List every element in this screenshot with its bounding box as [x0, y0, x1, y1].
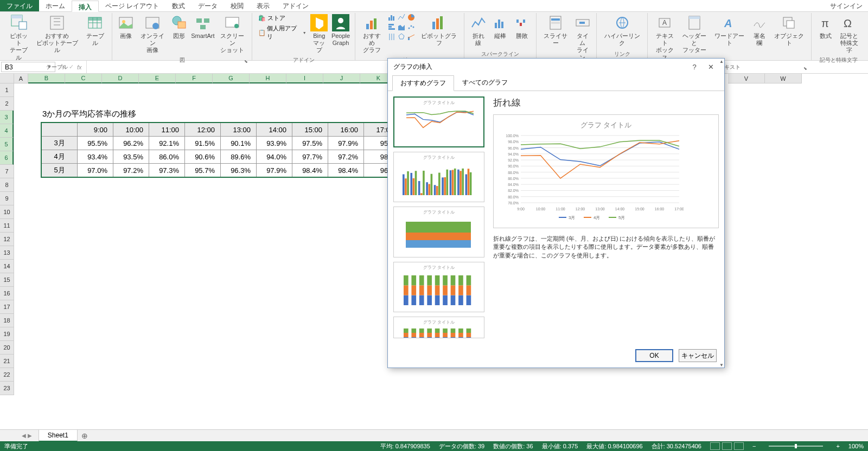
row-header[interactable]: 20 — [0, 341, 14, 355]
people-graph-button[interactable]: People Graph — [330, 13, 352, 48]
zoom-out-button[interactable]: − — [752, 443, 756, 449]
sheet-nav[interactable]: ◀ ▶ — [16, 433, 37, 439]
shapes-button[interactable]: 図形 — [169, 13, 189, 41]
select-all-corner[interactable] — [0, 74, 14, 83]
tab-review[interactable]: 校閲 — [224, 0, 250, 11]
row-header[interactable]: 9 — [0, 192, 14, 205]
tab-all-charts[interactable]: すべてのグラフ — [454, 75, 516, 91]
tab-home[interactable]: ホーム — [39, 0, 72, 11]
store-button[interactable]: 🛍️ストア — [258, 13, 307, 23]
row-header[interactable]: 12 — [0, 233, 14, 246]
zoom-in-button[interactable]: + — [836, 443, 839, 449]
column-chart-icon[interactable] — [387, 13, 396, 22]
column-header[interactable]: W — [765, 74, 802, 83]
object-button[interactable]: オブジェクト — [770, 13, 808, 48]
thumb-stacked-area[interactable]: グラフ タイトル — [393, 207, 484, 257]
tab-insert[interactable]: 挿入 — [72, 1, 99, 12]
tab-file[interactable]: ファイル — [0, 0, 39, 11]
row-header[interactable]: 1 — [0, 83, 14, 97]
zoom-slider[interactable] — [769, 446, 823, 447]
table-button[interactable]: テーブル — [82, 13, 109, 48]
add-sheet-button[interactable]: ⊕ — [79, 431, 91, 440]
thumb-stacked-column[interactable]: グラフ タイトル — [393, 262, 484, 312]
row-header[interactable]: 23 — [0, 382, 14, 395]
textbox-button[interactable]: Aテキスト ボックス — [651, 13, 678, 62]
signature-button[interactable]: 署名欄 — [749, 13, 770, 48]
cancel-button[interactable]: キャンセル — [679, 349, 717, 362]
view-normal-button[interactable] — [710, 442, 720, 450]
sparkline-line-button[interactable]: 折れ線 — [468, 13, 490, 48]
thumb-line-chart[interactable]: グラフ タイトル — [393, 96, 484, 147]
close-icon[interactable]: ✕ — [703, 63, 719, 71]
tab-addin[interactable]: アドイン — [276, 0, 315, 11]
column-header[interactable]: C — [65, 74, 102, 83]
column-header[interactable]: J — [323, 74, 360, 83]
thumb-clustered-column[interactable]: グラフ タイトル — [393, 152, 484, 202]
row-header[interactable]: 18 — [0, 314, 14, 327]
row-header[interactable]: 7 — [0, 165, 14, 178]
row-header[interactable]: 4 — [0, 124, 14, 138]
combo-chart-icon[interactable] — [407, 33, 416, 41]
row-header[interactable]: 6 — [0, 151, 14, 165]
row-header[interactable]: 2 — [0, 97, 14, 111]
header-footer-button[interactable]: ヘッダーと フッター — [678, 13, 711, 55]
row-header[interactable]: 14 — [0, 260, 14, 273]
wordart-button[interactable]: Aワードアート — [711, 13, 749, 48]
row-header[interactable]: 19 — [0, 327, 14, 341]
tab-view[interactable]: 表示 — [250, 0, 276, 11]
bar-chart-icon[interactable] — [387, 23, 396, 31]
tab-data[interactable]: データ — [192, 0, 224, 11]
ok-button[interactable]: OK — [635, 349, 673, 362]
equation-button[interactable]: π数式 — [815, 13, 835, 41]
row-header[interactable]: 16 — [0, 287, 14, 300]
sparkline-column-button[interactable]: 縦棒 — [489, 13, 511, 41]
view-page-break-button[interactable] — [734, 442, 744, 450]
pivot-table-button[interactable]: ピボット テーブル — [5, 13, 33, 62]
launcher-icon[interactable]: ⬊ — [243, 59, 248, 65]
column-header[interactable]: H — [250, 74, 286, 83]
row-header[interactable]: 5 — [0, 138, 14, 151]
line-chart-icon[interactable] — [397, 13, 406, 22]
column-header[interactable]: G — [213, 74, 250, 83]
recommended-pivot-button[interactable]: おすすめ ピボットテーブル — [33, 13, 82, 55]
stock-chart-icon[interactable] — [387, 33, 396, 41]
smartart-button[interactable]: SmartArt — [189, 13, 216, 41]
column-header[interactable]: B — [28, 74, 65, 83]
help-icon[interactable]: ? — [686, 63, 703, 71]
online-image-button[interactable]: オンライン 画像 — [136, 13, 169, 55]
symbol-button[interactable]: Ω記号と 特殊文字 — [836, 13, 863, 55]
tab-page-layout[interactable]: ページ レイアウト — [99, 0, 165, 11]
view-page-layout-button[interactable] — [722, 442, 732, 450]
row-header[interactable]: 22 — [0, 368, 14, 382]
row-header[interactable]: 17 — [0, 300, 14, 314]
recommended-charts-button[interactable]: おすすめ グラフ — [359, 13, 385, 55]
row-header[interactable]: 3 — [0, 111, 14, 124]
timeline-button[interactable]: タイム ライン — [572, 13, 593, 62]
tab-recommended-charts[interactable]: おすすめグラフ — [392, 75, 454, 91]
slicer-button[interactable]: スライサー — [540, 13, 572, 48]
dialog-titlebar[interactable]: グラフの挿入 ? ✕ — [388, 59, 724, 75]
image-button[interactable]: 画像 — [116, 13, 136, 41]
column-header[interactable]: D — [102, 74, 139, 83]
row-header[interactable]: 15 — [0, 273, 14, 287]
hyperlink-button[interactable]: ハイパーリンク — [600, 13, 644, 48]
launcher-icon[interactable]: ⬊ — [802, 66, 808, 72]
area-chart-icon[interactable] — [397, 23, 406, 31]
screenshot-button[interactable]: スクリーン ショット — [216, 13, 248, 55]
row-header[interactable]: 10 — [0, 205, 14, 219]
pie-chart-icon[interactable] — [407, 13, 416, 22]
row-header[interactable]: 8 — [0, 178, 14, 192]
column-header[interactable]: A — [14, 74, 28, 83]
pivot-chart-button[interactable]: ピボットグラフ — [418, 13, 461, 48]
sparkline-winloss-button[interactable]: 勝敗 — [511, 13, 533, 41]
my-apps-button[interactable]: 📋個人用アプリ▼ — [258, 24, 307, 41]
tab-formulas[interactable]: 数式 — [165, 0, 192, 11]
bing-maps-button[interactable]: Bing マップ — [309, 13, 330, 55]
column-header[interactable]: F — [176, 74, 213, 83]
row-header[interactable]: 21 — [0, 355, 14, 368]
radar-chart-icon[interactable] — [397, 33, 406, 41]
signin-link[interactable]: サインイン — [825, 0, 868, 11]
sheet-tab[interactable]: Sheet1 — [39, 429, 78, 442]
column-header[interactable]: E — [139, 74, 176, 83]
column-header[interactable]: I — [286, 74, 323, 83]
